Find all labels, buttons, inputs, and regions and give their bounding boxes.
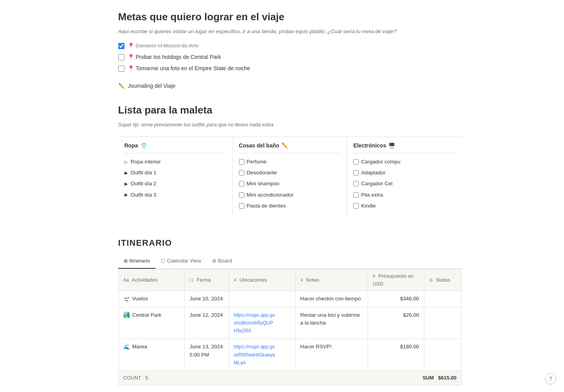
th-ubicaciones: ≡ Ubicaciones xyxy=(229,269,295,291)
row1-status xyxy=(424,291,461,307)
row2-emoji: 🏞️ xyxy=(123,311,130,319)
ropa-item-4[interactable]: ▶ Outfit día 3 xyxy=(125,191,226,199)
bano-checkbox-2[interactable] xyxy=(239,170,244,176)
sum-value: $615.00 xyxy=(438,375,457,381)
bano-header: Cosas del baño ✏️ xyxy=(239,142,340,153)
meta-checkbox-3[interactable] xyxy=(118,66,125,72)
th-label-fecha: Fecha xyxy=(197,277,211,283)
help-button[interactable]: ? xyxy=(545,373,556,384)
elec-checkbox-2[interactable] xyxy=(353,170,359,176)
table-row: 🛫 Vuelos June 10, 2024 Hacer checkin con… xyxy=(118,291,461,307)
bano-checkbox-5[interactable] xyxy=(239,203,244,209)
elec-checkbox-4[interactable] xyxy=(353,192,359,198)
row1-actividad-text: Vuelos xyxy=(132,295,148,303)
row1-ubicacion xyxy=(229,291,295,307)
ropa-text-1: Ropa interior xyxy=(131,158,161,166)
th-icon-ubicaciones: ≡ xyxy=(234,277,237,283)
meta-label-1[interactable]: 📍 Conocer el Museo de Arte xyxy=(128,42,199,50)
bano-text-5: Pasta de dientes xyxy=(247,202,286,210)
maleta-title: Lista para la maleta xyxy=(118,103,462,118)
elec-checkbox-3[interactable] xyxy=(353,181,359,186)
th-label-presupuesto: Presupuesto en USD xyxy=(373,273,414,287)
row2-actividad: 🏞️ Central Park xyxy=(118,307,185,339)
toggle-arrow-3: ▶ xyxy=(125,181,128,187)
th-fecha: ☐ Fecha xyxy=(185,269,229,291)
elec-text-1: Cargador compu xyxy=(361,158,400,166)
toggle-arrow-2: ▶ xyxy=(125,170,128,176)
count-value: 5 xyxy=(145,375,148,381)
electronicos-label: Electrónicos xyxy=(353,142,386,150)
bano-checkbox-4[interactable] xyxy=(239,192,244,198)
row3-url[interactable]: https://maps.app.gool/R5RewHtGkaeyaMLaA xyxy=(234,344,275,365)
th-icon-status: ⊙ xyxy=(429,277,433,283)
metas-title: Metas que quiero lograr en el viaje xyxy=(118,9,462,25)
th-icon-actividades: Aa xyxy=(123,277,129,283)
tab-itinerario[interactable]: ⊞ Itinerario xyxy=(118,254,156,269)
maleta-col-electronicos: Electrónicos 🖥️ Cargador compu Adaptador… xyxy=(347,137,461,218)
bano-text-4: Mini acondicionador xyxy=(247,191,294,199)
th-label-ubicaciones: Ubicaciones xyxy=(239,277,267,283)
maleta-section: Lista para la maleta Súper tip: arme pre… xyxy=(118,103,462,218)
meta-checkbox-2[interactable] xyxy=(118,54,125,60)
th-icon-fecha: ☐ xyxy=(189,277,194,283)
row1-presupuesto: $346.00 xyxy=(368,291,424,307)
metas-description: Aquí escribe si quieres visitar un lugar… xyxy=(118,28,462,35)
bano-checkbox-3[interactable] xyxy=(239,181,244,186)
maleta-col-bano: Cosas del baño ✏️ Perfume Desodorante Mi… xyxy=(233,137,347,218)
elec-item-3: Cargador Cel xyxy=(353,180,455,188)
row2-actividad-text: Central Park xyxy=(132,311,162,319)
elec-item-1: Cargador compu xyxy=(353,158,455,166)
row2-ubicacion: https://maps.app.gool/x9KmxWByQUPH5e2R9 xyxy=(229,307,295,339)
table-row: 🏞️ Central Park June 12, 2024 https://ma… xyxy=(118,307,461,339)
main-page: Metas que quiero lograr en el viaje Aquí… xyxy=(87,0,477,392)
maleta-supertip: Súper tip: arme previamente tus outfits … xyxy=(118,121,462,129)
itinerario-tabs: ⊞ Itinerario ☐ Calendar View ⊞ Board xyxy=(118,254,462,269)
ropa-icon: 👕 xyxy=(141,142,147,150)
electronicos-header: Electrónicos 🖥️ xyxy=(353,142,455,153)
sum-label: SUM xyxy=(423,375,434,381)
itinerario-tab-icon: ⊞ xyxy=(124,257,128,264)
row2-presupuesto: $26.00 xyxy=(368,307,424,339)
bano-text-1: Perfume xyxy=(247,158,267,166)
ropa-text-4: Outfit día 3 xyxy=(131,191,157,199)
meta-item-1: 📍 Conocer el Museo de Arte xyxy=(118,42,462,50)
row3-actividad-text: Marea xyxy=(132,343,147,351)
meta-label-2[interactable]: 📍 Probar los hotdogs de Central Park xyxy=(128,53,221,61)
calendar-tab-icon: ☐ xyxy=(161,257,165,264)
bano-text-3: Mini shampoo xyxy=(247,180,279,188)
ropa-header: Ropa 👕 xyxy=(125,142,226,153)
elec-checkbox-5[interactable] xyxy=(353,203,359,209)
calendar-tab-label: Calendar View xyxy=(167,257,201,265)
meta-text-3: Tomarme una foto en el Empire State de n… xyxy=(136,64,250,73)
elec-checkbox-1[interactable] xyxy=(353,159,359,165)
th-presupuesto: # Presupuesto en USD xyxy=(368,269,424,291)
ropa-label: Ropa xyxy=(125,142,138,150)
th-label-status: Status xyxy=(436,277,450,283)
th-icon-notas: ≡ xyxy=(300,277,303,283)
toggle-arrow-4: ▶ xyxy=(125,192,128,198)
bano-checkbox-1[interactable] xyxy=(239,159,244,165)
row2-url[interactable]: https://maps.app.gool/x9KmxWByQUPH5e2R9 xyxy=(234,312,275,334)
row1-fecha: June 10, 2024 xyxy=(185,291,229,307)
footer-count: COUNT 5 xyxy=(123,374,148,382)
bano-text-2: Desodorante xyxy=(247,169,277,177)
row3-emoji: 🌊 xyxy=(123,343,130,351)
itinerario-section: ITINERARIO ⊞ Itinerario ☐ Calendar View … xyxy=(118,236,462,385)
board-tab-icon: ⊞ xyxy=(212,257,216,264)
metas-section: Metas que quiero lograr en el viaje Aquí… xyxy=(118,9,462,90)
th-notas: ≡ Notas xyxy=(295,269,368,291)
count-label: COUNT xyxy=(123,375,141,381)
row3-notas: Hacer RSVP! xyxy=(295,339,368,371)
elec-item-4: Pila extra xyxy=(353,191,455,199)
journaling-icon: ✏️ xyxy=(118,82,125,90)
ropa-item-3[interactable]: ▶ Outfit día 2 xyxy=(125,180,226,188)
row3-status xyxy=(424,339,461,371)
tab-calendar[interactable]: ☐ Calendar View xyxy=(155,254,207,269)
meta-label-3[interactable]: 📍 Tomarme una foto en el Empire State de… xyxy=(128,64,250,73)
tab-board[interactable]: ⊞ Board xyxy=(207,254,238,269)
ropa-item-2[interactable]: ▶ Outfit día 1 xyxy=(125,169,226,177)
meta-checkbox-1[interactable] xyxy=(118,43,125,49)
maleta-columns: Ropa 👕 ▷ Ropa interior ▶ Outfit día 1 ▶ … xyxy=(118,137,462,218)
ropa-item-1[interactable]: ▷ Ropa interior xyxy=(125,158,226,166)
ropa-text-2: Outfit día 1 xyxy=(131,169,157,177)
